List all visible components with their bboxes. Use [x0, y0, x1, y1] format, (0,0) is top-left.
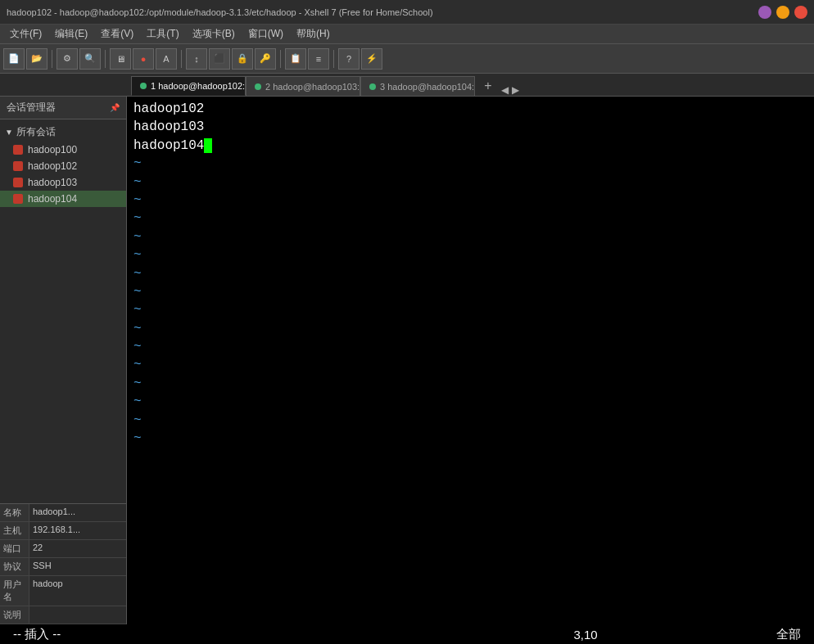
terminal-tilde-2: ~	[133, 173, 807, 191]
toolbar-btn2[interactable]: 🔍	[79, 48, 101, 70]
session-list: ▼ 所有会话 hadoop100 hadoop102 hadoop103	[0, 119, 126, 503]
terminal-tilde-11: ~	[133, 338, 807, 356]
terminal-tilde-14: ~	[133, 393, 807, 411]
terminal-tilde-4: ~	[133, 209, 807, 227]
mode-text: -- 插入 --	[13, 627, 395, 642]
session-label-hadoop100: hadoop100	[28, 144, 77, 155]
terminal-tilde-12: ~	[133, 356, 807, 374]
terminal-cursor	[204, 138, 212, 153]
terminal-tilde-8: ~	[133, 283, 807, 301]
menu-window[interactable]: 窗口(W)	[242, 25, 290, 43]
toolbar-btn4[interactable]: ●	[133, 48, 154, 70]
tab-bar: 1 hadoop@hadoop102:/opt/... 2 hadoop@had…	[0, 74, 814, 97]
terminal-tilde-3: ~	[133, 191, 807, 209]
title-text: hadoop102 - hadoop@hadoop102:/opt/module…	[7, 7, 758, 17]
info-label-port: 端口	[0, 540, 29, 557]
tab-nav-left[interactable]: ◀	[501, 84, 509, 96]
session-item-hadoop104[interactable]: hadoop104	[0, 191, 126, 207]
terminal-tilde-5: ~	[133, 228, 807, 246]
tab-3-dot	[369, 83, 376, 90]
toolbar-btn11[interactable]: ≡	[308, 48, 329, 70]
toolbar-new[interactable]: 📄	[3, 48, 25, 70]
maximize-button[interactable]	[776, 6, 789, 19]
toolbar-sep5	[333, 50, 334, 68]
info-label-notes: 说明	[0, 606, 29, 624]
main-layout: 会话管理器 📌 ▼ 所有会话 hadoop100 hadoop102	[0, 97, 814, 624]
toolbar-btn6[interactable]: ↕	[186, 48, 207, 70]
info-label-host: 主机	[0, 522, 29, 539]
info-label-username: 用户名	[0, 576, 29, 606]
menu-tabs[interactable]: 选项卡(B)	[186, 25, 242, 43]
info-row-port: 端口 22	[0, 540, 126, 558]
menu-help[interactable]: 帮助(H)	[290, 25, 337, 43]
toolbar-btn9[interactable]: 🔑	[255, 48, 276, 70]
info-row-host: 主机 192.168.1...	[0, 522, 126, 540]
info-value-port: 22	[29, 540, 46, 557]
tab-2-dot	[255, 83, 261, 90]
terminal-line-3: hadoop104	[133, 137, 807, 155]
sidebar-pin-button[interactable]: 📌	[110, 103, 120, 112]
tab-3[interactable]: 3 hadoop@hadoop104:/	[360, 76, 475, 96]
toolbar-help[interactable]: ?	[338, 48, 360, 70]
minimize-button[interactable]	[758, 6, 771, 19]
menu-view[interactable]: 查看(V)	[94, 25, 140, 43]
toolbar: 📄 📂 ⚙ 🔍 🖥 ● A ↕ ⬛ 🔒 🔑 📋 ≡ ? ⚡	[0, 44, 814, 74]
toolbar-btn1[interactable]: ⚙	[57, 48, 78, 70]
menu-tools[interactable]: 工具(T)	[140, 25, 185, 43]
terminal-tilde-16: ~	[133, 430, 807, 448]
terminal-tilde-6: ~	[133, 246, 807, 264]
info-label-name: 名称	[0, 504, 29, 521]
title-bar: hadoop102 - hadoop@hadoop102:/opt/module…	[0, 0, 814, 25]
close-button[interactable]	[794, 6, 807, 19]
session-group-header[interactable]: ▼ 所有会话	[0, 123, 126, 142]
terminal-tilde-13: ~	[133, 375, 807, 393]
session-item-hadoop100[interactable]: hadoop100	[0, 142, 126, 158]
sidebar: 会话管理器 📌 ▼ 所有会话 hadoop100 hadoop102	[0, 97, 127, 624]
info-row-notes: 说明	[0, 606, 126, 624]
menu-bar: 文件(F) 编辑(E) 查看(V) 工具(T) 选项卡(B) 窗口(W) 帮助(…	[0, 25, 814, 44]
tab-1[interactable]: 1 hadoop@hadoop102:/opt/...	[131, 76, 246, 96]
info-value-notes	[29, 606, 36, 624]
info-value-name: hadoop1...	[29, 504, 79, 521]
toolbar-sep4	[280, 50, 281, 68]
session-dot-hadoop102	[13, 161, 23, 171]
toolbar-btn10[interactable]: 📋	[285, 48, 306, 70]
info-row-username: 用户名 hadoop	[0, 576, 126, 606]
info-row-protocol: 协议 SSH	[0, 558, 126, 576]
session-dot-hadoop103	[13, 178, 23, 187]
toolbar-sep2	[105, 50, 106, 68]
toolbar-sep1	[52, 50, 52, 68]
tab-2[interactable]: 2 hadoop@hadoop103:/opt/...	[246, 76, 360, 96]
toolbar-open[interactable]: 📂	[26, 48, 47, 70]
toolbar-btn8[interactable]: 🔒	[232, 48, 253, 70]
tab-1-dot	[140, 83, 147, 89]
session-dot-hadoop104	[13, 194, 23, 204]
tab-1-label: 1 hadoop@hadoop102:/opt/...	[151, 81, 246, 91]
window-controls	[758, 6, 807, 19]
terminal-line-2: hadoop103	[133, 118, 807, 136]
terminal-area[interactable]: hadoop102 hadoop103 hadoop104 ~ ~ ~ ~ ~ …	[127, 97, 814, 624]
new-tab-button[interactable]: +	[478, 76, 498, 96]
terminal-tilde-15: ~	[133, 412, 807, 430]
toolbar-btn7[interactable]: ⬛	[209, 48, 230, 70]
session-item-hadoop102[interactable]: hadoop102	[0, 158, 126, 174]
toolbar-sep3	[181, 50, 182, 68]
info-value-protocol: SSH	[29, 558, 55, 575]
tab-nav-right[interactable]: ▶	[512, 84, 519, 96]
sidebar-header: 会话管理器 📌	[0, 97, 126, 119]
terminal-tilde-7: ~	[133, 265, 807, 283]
toolbar-btn5[interactable]: A	[156, 48, 177, 70]
toolbar-extra[interactable]: ⚡	[361, 48, 382, 70]
session-item-hadoop103[interactable]: hadoop103	[0, 174, 126, 191]
session-dot-hadoop100	[13, 145, 23, 155]
session-group-all: ▼ 所有会话 hadoop100 hadoop102 hadoop103	[0, 119, 126, 210]
info-value-host: 192.168.1...	[29, 522, 84, 539]
tab-2-label: 2 hadoop@hadoop103:/opt/...	[265, 82, 360, 92]
menu-file[interactable]: 文件(F)	[3, 25, 48, 43]
terminal-line-1: hadoop102	[133, 100, 807, 118]
info-panel: 名称 hadoop1... 主机 192.168.1... 端口 22 协议 S…	[0, 503, 126, 624]
session-label-hadoop104: hadoop104	[28, 193, 77, 205]
menu-edit[interactable]: 编辑(E)	[48, 25, 94, 43]
terminal-tilde-10: ~	[133, 320, 807, 338]
toolbar-btn3[interactable]: 🖥	[110, 48, 131, 70]
